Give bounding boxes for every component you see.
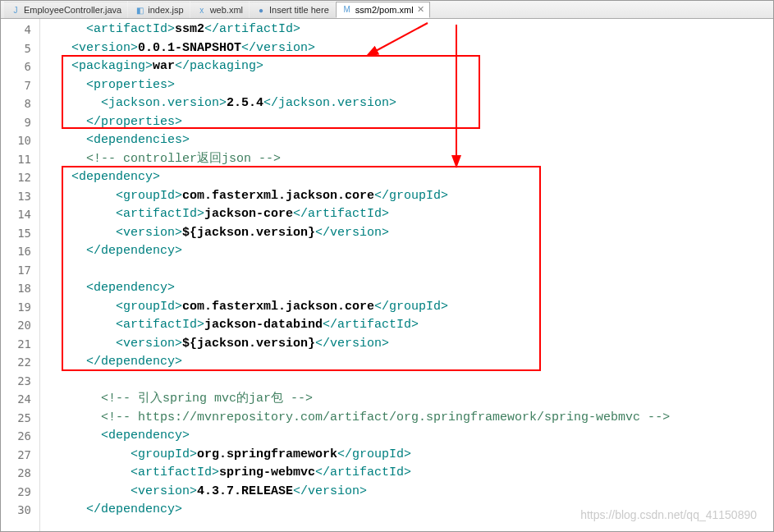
line-number: 13	[1, 187, 39, 206]
code-area: 4 5 6 7 8 9 10 11 12 13 14 15 16 17 18 1…	[1, 19, 773, 531]
line-number: 6	[1, 57, 39, 76]
line-number: 26	[1, 427, 39, 446]
code-line-16: </dependency>	[50, 242, 773, 261]
xml-file-icon: x	[196, 4, 208, 16]
code-line-15: <version>${jackson.version}</version>	[50, 224, 773, 243]
code-line-25: <!-- https://mvnrepository.com/artifact/…	[50, 409, 773, 428]
code-line-27: <groupId>org.springframework</groupId>	[50, 446, 773, 465]
line-number: 21	[1, 335, 39, 354]
line-number: 30	[1, 501, 39, 520]
line-number: 23	[1, 372, 39, 391]
tab-label: web.xml	[210, 5, 243, 15]
line-number: 14	[1, 205, 39, 224]
line-number: 22	[1, 353, 39, 372]
line-number: 19	[1, 298, 39, 317]
code-content[interactable]: <artifactId>ssm2</artifactId> <version>0…	[50, 19, 773, 531]
line-number: 18	[1, 279, 39, 298]
code-line-4: <artifactId>ssm2</artifactId>	[50, 21, 773, 39]
line-number: 27	[1, 446, 39, 465]
code-line-19: <groupId>com.fasterxml.jackson.core</gro…	[50, 298, 773, 317]
code-line-10: <dependencies>	[50, 131, 773, 150]
tab-label: index.jsp	[148, 5, 183, 15]
line-number: 29	[1, 483, 39, 502]
line-number: 10	[1, 131, 39, 150]
watermark: https://blog.csdn.net/qq_41150890	[580, 508, 757, 521]
line-number: 16	[1, 242, 39, 261]
code-line-28: <artifactId>spring-webmvc</artifactId>	[50, 464, 773, 483]
code-line-20: <artifactId>jackson-databind</artifactId…	[50, 316, 773, 335]
line-number: 15	[1, 224, 39, 243]
line-number: 25	[1, 409, 39, 428]
tab-label: Insert title here	[269, 5, 329, 15]
code-line-17	[50, 261, 773, 280]
line-number: 17	[1, 261, 39, 280]
code-line-26: <dependency>	[50, 427, 773, 446]
code-line-24: <!-- 引入spring mvc的jar包 -->	[50, 390, 773, 409]
line-number-gutter: 4 5 6 7 8 9 10 11 12 13 14 15 16 17 18 1…	[1, 19, 40, 531]
close-icon[interactable]: ✕	[417, 4, 424, 15]
code-line-18: <dependency>	[50, 279, 773, 298]
line-number: 7	[1, 76, 39, 95]
code-line-12: <dependency>	[50, 168, 773, 187]
tab-pom-xml[interactable]: M ssm2/pom.xml ✕	[336, 2, 430, 18]
line-number: 11	[1, 150, 39, 169]
line-number: 8	[1, 94, 39, 113]
code-line-5: <version>0.0.1-SNAPSHOT</version>	[50, 39, 773, 58]
tab-bar: J EmployeeController.java ◧ index.jsp x …	[1, 1, 773, 19]
tab-web-xml[interactable]: x web.xml	[190, 2, 249, 18]
code-line-29: <version>4.3.7.RELEASE</version>	[50, 483, 773, 502]
code-line-6: <packaging>war</packaging>	[50, 57, 773, 76]
tab-insert-title[interactable]: ● Insert title here	[250, 2, 335, 18]
tab-label: ssm2/pom.xml	[355, 5, 414, 15]
code-line-22: </dependency>	[50, 353, 773, 372]
code-line-9: </properties>	[50, 113, 773, 132]
line-number: 9	[1, 113, 39, 132]
tab-employee-controller[interactable]: J EmployeeController.java	[4, 2, 127, 18]
line-number: 28	[1, 464, 39, 483]
code-line-14: <artifactId>jackson-core</artifactId>	[50, 205, 773, 224]
line-number: 12	[1, 168, 39, 187]
jsp-file-icon: ◧	[134, 4, 145, 16]
maven-file-icon: M	[341, 4, 353, 16]
fold-column[interactable]	[40, 19, 50, 531]
tab-label: EmployeeController.java	[24, 5, 121, 15]
code-line-13: <groupId>com.fasterxml.jackson.core</gro…	[50, 187, 773, 206]
line-number: 4	[1, 21, 39, 39]
code-line-21: <version>${jackson.version}</version>	[50, 335, 773, 354]
java-file-icon: J	[10, 4, 21, 16]
globe-icon: ●	[255, 4, 267, 16]
line-number: 5	[1, 39, 39, 58]
code-line-7: <properties>	[50, 76, 773, 95]
code-line-23	[50, 372, 773, 391]
code-line-8: <jackson.version>2.5.4</jackson.version>	[50, 94, 773, 113]
line-number: 20	[1, 316, 39, 335]
tab-index-jsp[interactable]: ◧ index.jsp	[128, 2, 189, 18]
code-line-11: <!-- controller返回json -->	[50, 150, 773, 169]
editor-window: J EmployeeController.java ◧ index.jsp x …	[0, 0, 774, 532]
line-number: 24	[1, 390, 39, 409]
